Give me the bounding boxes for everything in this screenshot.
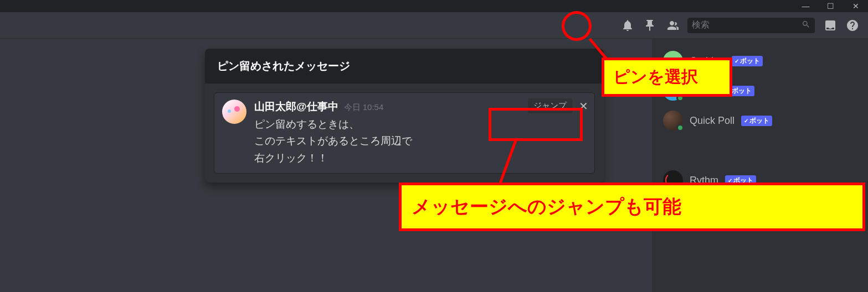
unpin-close-icon[interactable]: ✕ (578, 100, 589, 113)
bot-badge: ✓ボット (732, 56, 763, 66)
verified-check-icon: ✓ (735, 58, 739, 64)
notifications-bell-icon[interactable] (621, 19, 634, 32)
avatar[interactable] (222, 100, 246, 124)
search-input[interactable]: 検索 (687, 18, 815, 33)
jump-button[interactable]: ジャンプ (528, 98, 572, 113)
channel-toolbar: 検索 (0, 12, 868, 39)
help-icon[interactable] (846, 19, 859, 32)
message-actions: ジャンプ ✕ (528, 98, 589, 113)
member-item[interactable]: Quick Poll ✓ボット (659, 107, 861, 134)
bot-badge: ✓ボット (741, 116, 772, 126)
message-timestamp: 今日 10:54 (344, 102, 384, 113)
pinned-messages-body: 山田太郎@仕事中 今日 10:54 ピン留めするときは、 このテキストがあるとこ… (205, 84, 604, 182)
search-placeholder: 検索 (692, 19, 710, 31)
window-minimize-button[interactable]: — (793, 0, 818, 12)
window-close-button[interactable]: ✕ (843, 0, 868, 12)
window-titlebar: — ☐ ✕ (0, 0, 868, 12)
avatar[interactable] (663, 111, 683, 131)
message-author[interactable]: 山田太郎@仕事中 (254, 100, 338, 114)
annotation-callout-jump: メッセージへのジャンプも可能 (399, 182, 865, 231)
pinned-messages-icon[interactable] (643, 19, 656, 32)
annotation-callout-select-pin: ピンを選択 (602, 58, 732, 97)
status-online-icon (676, 124, 684, 132)
inbox-icon[interactable] (824, 19, 837, 32)
pinned-messages-popover: ピン留めされたメッセージ 山田太郎@仕事中 今日 10:54 ピン留めするときは… (205, 49, 604, 182)
window-maximize-button[interactable]: ☐ (818, 0, 843, 12)
message-line: ピン留めするときは、 (254, 116, 587, 133)
message-line: 右クリック！！ (254, 150, 587, 166)
member-name: Quick Poll (690, 115, 735, 127)
verified-check-icon: ✓ (744, 118, 748, 124)
message-content: ピン留めするときは、 このテキストがあるところ周辺で 右クリック！！ (254, 116, 587, 166)
pinned-message[interactable]: 山田太郎@仕事中 今日 10:54 ピン留めするときは、 このテキストがあるとこ… (214, 92, 595, 174)
search-icon (802, 20, 810, 31)
member-list-icon[interactable] (665, 19, 679, 32)
message-line: このテキストがあるところ周辺で (254, 133, 587, 149)
pinned-messages-title: ピン留めされたメッセージ (205, 49, 604, 84)
